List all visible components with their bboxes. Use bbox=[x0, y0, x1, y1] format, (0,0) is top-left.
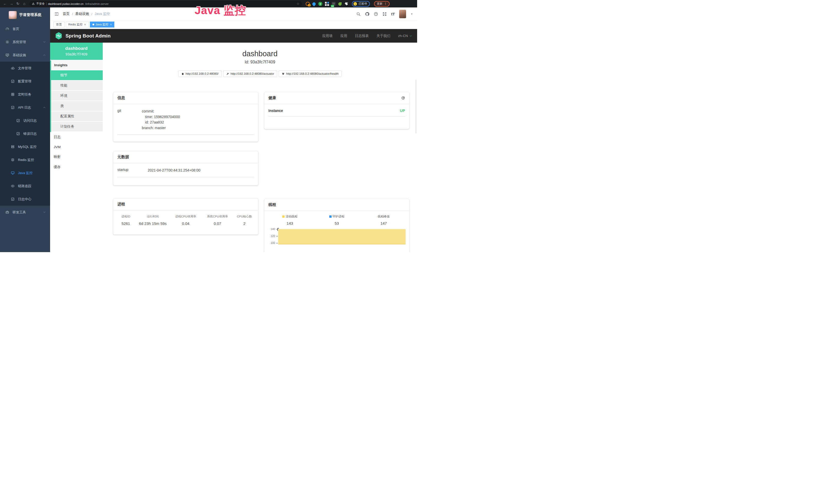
extension-dark-icon[interactable]: on bbox=[332, 2, 336, 6]
sba-nav-item[interactable]: 应用 bbox=[340, 33, 347, 38]
breadcrumb-item[interactable]: 基础设施 bbox=[75, 12, 89, 16]
sidebar-item[interactable]: 文件管理 bbox=[0, 62, 50, 75]
avatar[interactable] bbox=[399, 10, 406, 18]
sba-nav-item[interactable]: 日志报表 bbox=[355, 33, 369, 38]
instance-link-button[interactable]: http://192.168.0.2:48080/actuator/health bbox=[279, 70, 342, 77]
font-size-icon[interactable]: tT bbox=[391, 12, 395, 16]
extension-paused-badge[interactable]: 已暂停 bbox=[352, 1, 370, 7]
sba-nav-item[interactable]: 关于我们 bbox=[376, 33, 390, 38]
extension-orange-icon[interactable]: 1 bbox=[306, 2, 310, 6]
tag-view-tab[interactable]: Java 监控× bbox=[90, 22, 114, 27]
sba-menu-item[interactable]: 性能 bbox=[51, 81, 103, 91]
gauge-icon bbox=[5, 27, 9, 31]
browser-reload-icon[interactable]: ↻ bbox=[15, 0, 21, 7]
help-icon[interactable] bbox=[374, 12, 378, 16]
close-icon[interactable]: × bbox=[110, 23, 112, 26]
thread-stat-value: 143 bbox=[266, 221, 313, 225]
menu-dots-icon[interactable]: ⋮ bbox=[384, 2, 387, 5]
extension-y-icon[interactable]: y bbox=[318, 2, 322, 6]
sidebar-fold-icon[interactable] bbox=[54, 12, 59, 17]
chevron-down-icon[interactable]: ▼ bbox=[411, 13, 413, 16]
extensions-puzzle-icon[interactable] bbox=[344, 2, 348, 6]
sidebar-item[interactable]: 访问日志 bbox=[0, 114, 50, 127]
sidebar-item[interactable]: 研发工具 bbox=[0, 206, 50, 219]
status-badge: UP bbox=[400, 109, 405, 113]
breadcrumb-separator: / bbox=[91, 12, 92, 16]
extension-pin-icon[interactable] bbox=[311, 2, 316, 6]
git-value-line: commit: bbox=[142, 109, 180, 114]
instance-link-button[interactable]: http://192.168.0.2:48080/actuator bbox=[223, 70, 277, 77]
sidebar-item[interactable]: 链路追踪 bbox=[0, 180, 50, 192]
sidebar-item[interactable]: 定时任务 bbox=[0, 88, 50, 101]
thread-stat-legend: 线程峰值 bbox=[360, 215, 407, 219]
process-column-header: 进程CPU使用率 bbox=[170, 215, 202, 219]
extension-grid-icon[interactable] bbox=[325, 2, 329, 6]
health-instance-row[interactable]: Instance UP bbox=[268, 104, 405, 117]
browser-forward-icon[interactable]: → bbox=[8, 0, 14, 7]
sba-sidebar: dashboard 93a3fc7f7409 Insights 细节性能环境类配… bbox=[50, 43, 103, 252]
process-value: 5261 bbox=[116, 221, 136, 226]
locale-label: zh-CN bbox=[398, 34, 408, 38]
app-logo-row[interactable]: 芋道管理系统 bbox=[0, 7, 50, 22]
sba-menu-item[interactable]: 类 bbox=[51, 101, 103, 111]
thread-stat-value: 53 bbox=[313, 221, 360, 225]
info-git-row: git commit:time: 1596289704000id: 27aa83… bbox=[117, 104, 254, 135]
sba-menu-item[interactable]: 配置属性 bbox=[51, 111, 103, 122]
sba-menu-item[interactable]: 缓存 bbox=[50, 162, 103, 172]
breadcrumb: 首页/基础设施/Java 监控 bbox=[63, 12, 110, 16]
sidebar-item-label: Redis 监控 bbox=[18, 158, 34, 162]
git-value-line: id: 27aa832 bbox=[142, 120, 180, 125]
sidebar-item[interactable]: 首页 bbox=[0, 22, 50, 36]
sidebar-item-label: 研发工具 bbox=[13, 210, 26, 215]
sidebar-item[interactable]: API 日志 bbox=[0, 101, 50, 114]
tag-view-tab[interactable]: 首页 bbox=[53, 22, 64, 27]
browser-back-icon[interactable]: ← bbox=[2, 0, 8, 7]
sidebar-item[interactable]: 错误日志 bbox=[0, 127, 50, 140]
close-icon[interactable]: × bbox=[84, 23, 86, 26]
emoji-face-icon bbox=[353, 2, 357, 6]
sba-app-name: dashboard bbox=[52, 46, 101, 51]
sidebar-item-label: 首页 bbox=[13, 27, 19, 31]
chevron-up-icon bbox=[43, 54, 46, 56]
schedule-icon bbox=[11, 92, 15, 96]
sba-instance-header[interactable]: dashboard 93a3fc7f7409 bbox=[50, 43, 103, 60]
chart-y-tick bbox=[277, 236, 278, 236]
database-icon bbox=[11, 145, 15, 148]
extension-sprout-icon[interactable] bbox=[338, 2, 342, 6]
sba-menu-item[interactable]: 日志 bbox=[50, 132, 103, 142]
url-path: /infra/admin-server bbox=[85, 2, 109, 5]
chart-y-tick bbox=[277, 243, 278, 244]
sidebar-item[interactable]: Java 监控 bbox=[0, 166, 50, 180]
sba-menu-item[interactable]: 计划任务 bbox=[51, 122, 103, 132]
sba-menu-item[interactable]: JVM bbox=[50, 142, 103, 152]
sidebar-item[interactable]: MySQL 监控 bbox=[0, 140, 50, 153]
sba-nav: 应用墙应用日志报表关于我们zh-CN bbox=[322, 33, 412, 38]
sba-locale-select[interactable]: zh-CN bbox=[398, 34, 412, 38]
github-icon[interactable] bbox=[365, 12, 369, 16]
sba-menu-item[interactable]: 映射 bbox=[50, 152, 103, 162]
search-icon[interactable] bbox=[356, 12, 360, 16]
instance-link-button[interactable]: http://192.168.0.2:48080/ bbox=[178, 70, 222, 77]
sidebar-menu: 首页系统管理基础设施文件管理配置管理定时任务API 日志访问日志错误日志MySQ… bbox=[0, 22, 50, 219]
sidebar-item[interactable]: 配置管理 bbox=[0, 75, 50, 88]
address-bar[interactable]: 不安全 dashboard.yudao.iocoder.cn/infra/adm… bbox=[29, 1, 302, 6]
breadcrumb-item[interactable]: 首页 bbox=[63, 12, 70, 16]
browser-home-icon[interactable]: ⌂ bbox=[21, 0, 27, 7]
browser-update-button[interactable]: 更新 ⋮ bbox=[374, 1, 390, 7]
tags-view-bar: 首页Redis 监控×Java 监控× bbox=[50, 20, 417, 29]
sba-menu-item[interactable]: 环境 bbox=[51, 91, 103, 101]
tag-view-tab[interactable]: Redis 监控× bbox=[66, 22, 89, 27]
bookmark-star-icon[interactable]: ☆ bbox=[297, 2, 300, 6]
sidebar-item[interactable]: Redis 监控 bbox=[0, 153, 50, 166]
history-icon[interactable] bbox=[401, 96, 405, 100]
sba-menu-item[interactable]: 细节 bbox=[51, 70, 103, 81]
sba-nav-item[interactable]: 应用墙 bbox=[322, 33, 333, 38]
process-card: 进程 进程ID运行时间进程CPU使用率系统CPU使用率CPU核心数 52616d… bbox=[113, 198, 258, 235]
thread-stat: 线程峰值147 bbox=[360, 215, 407, 225]
sidebar-item[interactable]: 日志中心 bbox=[0, 192, 50, 206]
sidebar-item[interactable]: 系统管理 bbox=[0, 36, 50, 48]
thread-stat: 守护进程53 bbox=[313, 215, 360, 225]
fullscreen-icon[interactable] bbox=[382, 12, 387, 16]
sidebar-item[interactable]: 基础设施 bbox=[0, 48, 50, 62]
scrollbar-thumb[interactable] bbox=[415, 79, 417, 134]
